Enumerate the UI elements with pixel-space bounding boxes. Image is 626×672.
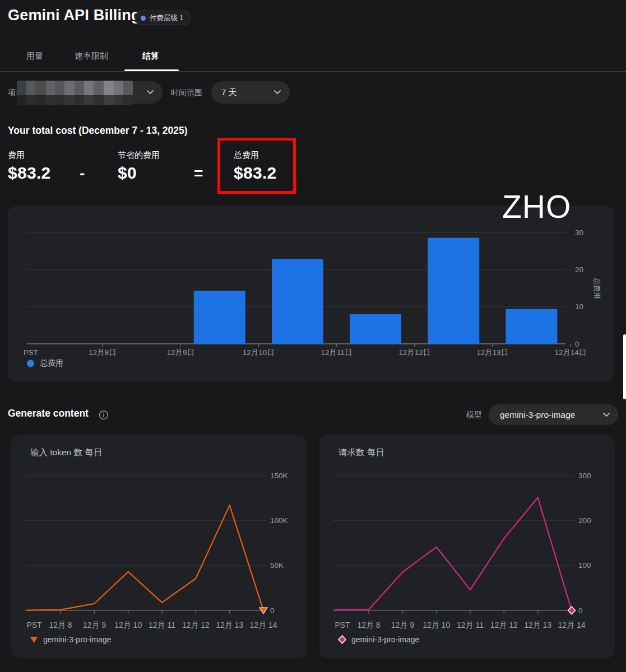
- scrollbar-thumb[interactable]: [623, 334, 626, 399]
- svg-text:12月 14: 12月 14: [558, 620, 585, 629]
- bar-chart-legend[interactable]: 总费用: [26, 358, 63, 368]
- svg-text:0: 0: [578, 606, 583, 615]
- tier-badge-dot-icon: [141, 16, 146, 21]
- svg-text:12月12日: 12月12日: [398, 348, 430, 357]
- time-range-label: 时间范围: [171, 88, 202, 98]
- svg-text:12月8日: 12月8日: [89, 348, 117, 357]
- svg-text:12月 9: 12月 9: [83, 620, 106, 629]
- svg-text:12月 10: 12月 10: [423, 620, 450, 629]
- svg-text:总费用: 总费用: [593, 277, 601, 299]
- svg-text:PST: PST: [24, 348, 38, 357]
- input-tokens-line-chart: 050K100K150KPST12月 812月 912月 1012月 1112月…: [11, 435, 307, 658]
- chart-title: 输入 token 数 每日: [30, 447, 102, 459]
- line-chart-legend[interactable]: gemini-3-pro-image: [29, 635, 111, 644]
- tab-billing[interactable]: 结算: [142, 51, 159, 62]
- svg-text:12月 11: 12月 11: [149, 620, 175, 629]
- input-tokens-chart-card: 输入 token 数 每日 050K100K150KPST12月 812月 91…: [11, 435, 307, 658]
- model-label: 模型: [466, 410, 482, 420]
- tab-rate-limits[interactable]: 速率限制: [75, 51, 108, 62]
- svg-text:12月 13: 12月 13: [216, 620, 243, 629]
- total-cost-heading: Your total cost (December 7 - 13, 2025): [8, 125, 188, 137]
- svg-text:30: 30: [575, 228, 583, 237]
- info-icon[interactable]: [99, 410, 109, 420]
- time-range-value: 7 天: [221, 87, 237, 98]
- line-chart-legend[interactable]: gemini-3-pro-image: [337, 635, 419, 644]
- svg-text:20: 20: [575, 265, 583, 274]
- svg-text:100K: 100K: [270, 516, 288, 525]
- svg-text:12月9日: 12月9日: [166, 348, 194, 357]
- svg-text:12月10日: 12月10日: [243, 348, 275, 357]
- svg-text:12月11日: 12月11日: [321, 348, 352, 357]
- gemini-api-billing-page: Gemini API Billing 付费层级 1 用量 速率限制 结算 项目 …: [0, 0, 626, 672]
- svg-text:10: 10: [575, 302, 583, 311]
- legend-label: 总费用: [40, 358, 63, 368]
- requests-chart-card: 请求数 每日 0100200300PST12月 812月 912月 1012月 …: [319, 435, 615, 658]
- svg-text:12月 10: 12月 10: [114, 620, 142, 629]
- watermark-text: ZHO: [502, 188, 571, 225]
- legend-label: gemini-3-pro-image: [43, 635, 111, 644]
- svg-text:12月 13: 12月 13: [524, 620, 551, 629]
- minus-operator: -: [80, 165, 85, 183]
- total-label: 总费用: [234, 150, 259, 161]
- cost-value: $83.2: [8, 164, 51, 183]
- triangle-down-legend-marker-icon: [29, 635, 39, 644]
- model-value: gemini-3-pro-image: [500, 410, 575, 420]
- chevron-down-icon: [274, 90, 281, 95]
- tier-badge: 付费层级 1: [135, 11, 191, 25]
- svg-text:12月 11: 12月 11: [457, 620, 484, 629]
- cost-label: 费用: [8, 150, 25, 161]
- svg-text:12月14日: 12月14日: [554, 348, 586, 357]
- svg-text:PST: PST: [335, 620, 350, 629]
- tab-usage[interactable]: 用量: [26, 51, 43, 62]
- requests-line-chart: 0100200300PST12月 812月 912月 1012月 1112月 1…: [319, 435, 615, 658]
- legend-label: gemini-3-pro-image: [351, 635, 419, 644]
- total-cost-bar-chart: 0102030PST12月8日12月9日12月10日12月11日12月12日12…: [8, 206, 614, 382]
- svg-text:12月 8: 12月 8: [49, 620, 72, 629]
- tabs-divider: [0, 71, 626, 72]
- total-cost-highlight-box: 总费用 $83.2: [217, 138, 296, 194]
- svg-text:12月 12: 12月 12: [490, 620, 518, 629]
- svg-text:12月 9: 12月 9: [391, 620, 414, 629]
- svg-text:100: 100: [578, 561, 591, 570]
- svg-text:PST: PST: [26, 620, 42, 629]
- svg-text:0: 0: [575, 340, 579, 348]
- total-cost-chart-card: 0102030PST12月8日12月9日12月10日12月11日12月12日12…: [8, 206, 614, 382]
- svg-text:12月 8: 12月 8: [357, 620, 380, 629]
- total-value: $83.2: [234, 164, 277, 183]
- model-select[interactable]: gemini-3-pro-image: [489, 404, 618, 425]
- equals-operator: =: [194, 165, 203, 183]
- circle-legend-marker-icon: [26, 359, 35, 368]
- savings-value: $0: [118, 164, 137, 183]
- svg-text:300: 300: [578, 472, 591, 480]
- diamond-legend-marker-icon: [337, 635, 347, 644]
- svg-text:0: 0: [270, 606, 275, 615]
- tier-badge-label: 付费层级 1: [150, 13, 183, 23]
- svg-text:150K: 150K: [270, 472, 288, 480]
- svg-text:12月13日: 12月13日: [476, 348, 508, 357]
- time-range-select[interactable]: 7 天: [211, 81, 290, 104]
- page-title: Gemini API Billing: [8, 7, 141, 24]
- chevron-down-icon: [147, 90, 154, 95]
- svg-text:12月 12: 12月 12: [182, 620, 210, 629]
- svg-text:50K: 50K: [270, 561, 284, 570]
- svg-text:200: 200: [578, 516, 591, 525]
- savings-label: 节省的费用: [118, 150, 160, 161]
- section-title: Generate content: [8, 408, 89, 419]
- svg-text:12月 14: 12月 14: [249, 620, 277, 629]
- chevron-down-icon: [603, 413, 610, 417]
- chart-title: 请求数 每日: [338, 447, 384, 459]
- project-name-redaction-blur: [17, 81, 133, 105]
